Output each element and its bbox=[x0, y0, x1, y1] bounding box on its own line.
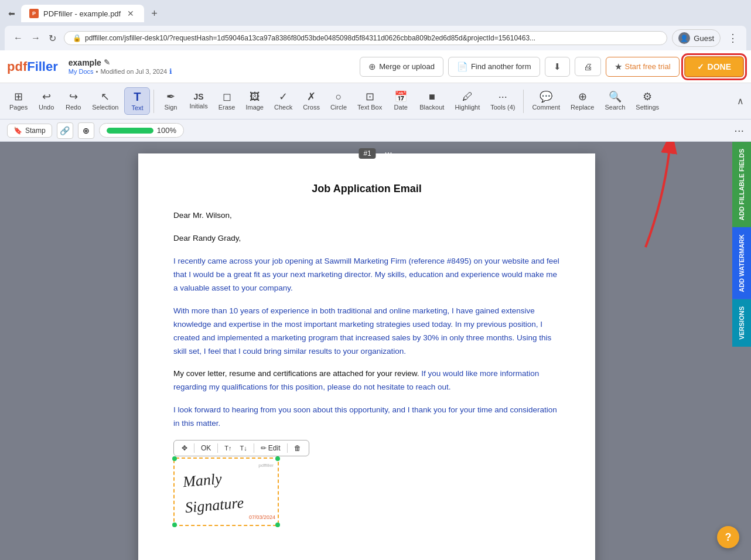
tool-comment[interactable]: 💬 Comment bbox=[527, 88, 565, 114]
tool-date[interactable]: 📅 Date bbox=[388, 88, 414, 114]
tab-favicon: P bbox=[29, 9, 39, 18]
sig-toolbar-divider-2 bbox=[217, 443, 218, 453]
sig-size-up-btn[interactable]: T↑ bbox=[221, 443, 234, 453]
toolbar-divider-1 bbox=[153, 90, 154, 113]
toolbar-collapse-btn[interactable]: ∧ bbox=[735, 93, 746, 109]
sig-toolbar-divider-1 bbox=[194, 443, 194, 453]
browser-tab[interactable]: P PDFfiller - example.pdf ✕ bbox=[21, 5, 144, 22]
logo-pdf: pdf bbox=[7, 59, 27, 74]
pdf-viewer[interactable]: #1 ··· Job Application Email Dear Mr. Wi… bbox=[0, 142, 751, 560]
browser-back-nav[interactable]: ⬅ bbox=[5, 6, 19, 21]
doc-title-edit-icon[interactable]: ✎ bbox=[104, 58, 110, 67]
tool-image[interactable]: 🖼 Image bbox=[241, 88, 268, 114]
tool-erase[interactable]: ◻ Erase bbox=[214, 88, 240, 114]
pdf-p3-start: My cover letter, resume and certificatio… bbox=[173, 369, 421, 378]
main-area: #1 ··· Job Application Email Dear Mr. Wi… bbox=[0, 142, 751, 560]
print-btn[interactable]: 🖨 bbox=[575, 57, 601, 76]
add-watermark-btn[interactable]: ADD WATERMARK bbox=[732, 227, 751, 299]
tool-cross[interactable]: ✗ Cross bbox=[298, 88, 325, 114]
info-icon: ℹ bbox=[169, 67, 172, 76]
download-btn[interactable]: ⬇ bbox=[545, 57, 570, 77]
new-tab-btn[interactable]: + bbox=[146, 5, 162, 22]
help-btn[interactable]: ? bbox=[717, 526, 739, 548]
tool-textbox[interactable]: ⊡ Text Box bbox=[353, 88, 387, 114]
tool-redo[interactable]: ↪ Redo bbox=[60, 88, 86, 114]
tool-tools[interactable]: ··· Tools (4) bbox=[486, 88, 520, 114]
circle-label: Circle bbox=[330, 104, 347, 111]
tab-close-btn[interactable]: ✕ bbox=[125, 8, 136, 19]
browser-back-btn[interactable]: ← bbox=[11, 31, 26, 45]
selection-icon: ↖ bbox=[101, 91, 110, 102]
done-btn[interactable]: ✓ DONE bbox=[684, 56, 744, 77]
tool-text[interactable]: T Text bbox=[124, 87, 150, 115]
stamp-btn[interactable]: 🔖 Stamp bbox=[7, 124, 52, 138]
search-icon: 🔍 bbox=[609, 91, 622, 102]
find-form-icon: 📄 bbox=[457, 62, 468, 72]
page-options-btn[interactable]: ··· bbox=[384, 148, 392, 158]
tool-replace[interactable]: ⊕ Replace bbox=[566, 88, 599, 114]
sign-icon: ✒ bbox=[166, 91, 175, 102]
tool-sign[interactable]: ✒ Sign bbox=[158, 88, 183, 114]
tool-initials[interactable]: JS Initials bbox=[185, 90, 212, 112]
pdf-p4: I look forward to hearing from you soon … bbox=[173, 404, 560, 431]
header-actions: ⊕ Merge or upload 📄 Find another form ⬇ … bbox=[360, 56, 744, 77]
versions-label: VERSIONS bbox=[738, 306, 745, 340]
sig-toolbar-divider-3 bbox=[254, 443, 254, 453]
sig-ok-btn[interactable]: OK bbox=[198, 443, 214, 453]
replace-label: Replace bbox=[571, 104, 594, 111]
browser-reload-btn[interactable]: ↻ bbox=[46, 31, 59, 46]
browser-forward-btn[interactable]: → bbox=[28, 31, 43, 45]
versions-btn[interactable]: VERSIONS bbox=[732, 299, 751, 347]
tool-pages[interactable]: ⊞ Pages bbox=[5, 88, 32, 114]
doc-meta-separator: • bbox=[96, 68, 98, 75]
signature-box[interactable]: Manly Signature pdffiller 07/03/2024 bbox=[173, 457, 279, 525]
doc-info: example ✎ My Docs • Modified on Jul 3, 2… bbox=[69, 58, 172, 76]
download-icon: ⬇ bbox=[554, 62, 561, 72]
tool-search[interactable]: 🔍 Search bbox=[600, 88, 630, 114]
tool-settings[interactable]: ⚙ Settings bbox=[631, 88, 664, 114]
more-btn[interactable]: ··· bbox=[734, 124, 744, 137]
pdf-p4-highlighted: I look forward to hearing from you soon … bbox=[173, 405, 557, 428]
textbox-icon: ⊡ bbox=[366, 91, 374, 102]
tool-circle[interactable]: ○ Circle bbox=[326, 88, 351, 114]
logo-filler: Filler bbox=[27, 59, 58, 74]
find-form-btn[interactable]: 📄 Find another form bbox=[448, 57, 540, 77]
sig-corner-tr bbox=[275, 456, 280, 461]
tool-blackout[interactable]: ■ Blackout bbox=[415, 88, 449, 114]
my-docs-link[interactable]: My Docs bbox=[69, 68, 94, 75]
sig-size-down-btn[interactable]: T↓ bbox=[237, 443, 250, 453]
stamp-icon: 🔖 bbox=[13, 127, 22, 135]
toolbar-divider-2 bbox=[523, 90, 524, 113]
url-bar[interactable]: 🔒 pdffiller.com/jsfiller-desk10/?request… bbox=[64, 31, 667, 45]
browser-menu-btn[interactable]: ⋮ bbox=[725, 29, 740, 47]
page-number-badge: #1 bbox=[359, 148, 376, 159]
sig-move-btn[interactable]: ✥ bbox=[179, 443, 190, 453]
settings-icon: ⚙ bbox=[643, 91, 652, 102]
tool-selection[interactable]: ↖ Selection bbox=[87, 88, 123, 114]
profile-label: Guest bbox=[694, 34, 714, 43]
link-btn[interactable]: 🔗 bbox=[57, 122, 73, 139]
tool-check[interactable]: ✓ Check bbox=[269, 88, 297, 114]
tool-highlight[interactable]: 🖊 Highlight bbox=[450, 88, 484, 114]
sig-edit-btn[interactable]: ✏ Edit bbox=[258, 443, 284, 453]
settings-label: Settings bbox=[636, 104, 659, 111]
tool-undo[interactable]: ↩ Undo bbox=[33, 88, 59, 114]
merge-upload-btn[interactable]: ⊕ Merge or upload bbox=[360, 57, 443, 77]
merge-icon: ⊕ bbox=[368, 62, 376, 72]
doc-title-text: example bbox=[69, 58, 101, 67]
profile-btn[interactable]: 👤 Guest bbox=[672, 29, 721, 47]
copy-btn[interactable]: ⊕ bbox=[78, 122, 94, 139]
start-free-label: Start free trial bbox=[625, 62, 671, 71]
pdf-p2: With more than 10 years of experience in… bbox=[173, 305, 560, 358]
stamp-label: Stamp bbox=[25, 127, 46, 135]
selection-label: Selection bbox=[92, 104, 118, 111]
toolbar: ⊞ Pages ↩ Undo ↪ Redo ↖ Selection T Text… bbox=[0, 83, 751, 119]
add-fillable-fields-btn[interactable]: ADD FILLABLE FIELDS bbox=[732, 142, 751, 227]
sig-corner-bl bbox=[172, 523, 177, 527]
progress-bar-inner bbox=[107, 128, 153, 134]
image-label: Image bbox=[245, 104, 264, 111]
date-label: Date bbox=[394, 104, 408, 111]
start-free-btn[interactable]: ★ Start free trial bbox=[606, 57, 680, 77]
sig-delete-btn[interactable]: 🗑 bbox=[291, 443, 304, 453]
circle-icon: ○ bbox=[336, 91, 342, 102]
